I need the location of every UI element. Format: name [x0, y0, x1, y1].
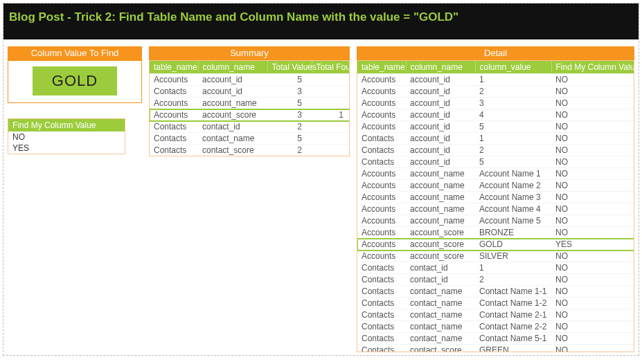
find-value-badge[interactable]: GOLD: [33, 66, 117, 95]
left-column: Column Value To Find GOLD Find My Column…: [8, 46, 142, 154]
table-cell: NO: [551, 133, 634, 145]
table-cell: Accounts: [357, 168, 406, 180]
page-title: Blog Post - Trick 2: Find Table Name and…: [3, 3, 639, 39]
table-cell: account_name: [406, 192, 475, 203]
table-cell: NO: [551, 98, 634, 109]
table-cell: account_id: [198, 74, 267, 86]
find-panel-title: Column Value To Find: [8, 46, 142, 60]
table-row[interactable]: Accountsaccount_id4NO: [357, 109, 634, 121]
table-row[interactable]: Accountsaccount_id2NO: [357, 86, 634, 98]
table-cell: Accounts: [357, 74, 406, 86]
table-row[interactable]: Accountsaccount_scoreGOLDYES: [357, 239, 634, 251]
table-row[interactable]: Accountsaccount_score31: [150, 109, 349, 121]
value-filter-list: Find My Column Value NOYES: [8, 118, 125, 154]
value-filter-item[interactable]: NO: [8, 131, 125, 143]
table-cell: [312, 74, 349, 86]
table-cell: 1: [475, 74, 551, 86]
table-row[interactable]: Accountsaccount_id5: [150, 74, 349, 86]
table-cell: Account Name 5: [475, 215, 551, 227]
table-row[interactable]: Accountsaccount_id1NO: [357, 74, 634, 86]
table-cell: 3: [267, 86, 312, 98]
column-header[interactable]: Total Found: [312, 61, 349, 74]
summary-panel: Summary table_namecolumn_nameTotal Value…: [149, 46, 350, 156]
table-cell: Contacts: [357, 145, 406, 156]
summary-scroll[interactable]: table_namecolumn_nameTotal ValuesTotal F…: [150, 61, 349, 156]
table-cell: account_id: [406, 133, 475, 145]
column-header[interactable]: Total Values: [267, 61, 312, 74]
table-row[interactable]: Accountsaccount_scoreBRONZENO: [357, 227, 634, 239]
table-row[interactable]: Accountsaccount_nameAccount Name 3NO: [357, 192, 634, 203]
table-row[interactable]: Accountsaccount_nameAccount Name 4NO: [357, 203, 634, 215]
table-cell: Accounts: [357, 192, 406, 203]
table-row[interactable]: Contactsaccount_id2NO: [357, 145, 634, 156]
summary-grid-wrap: table_namecolumn_nameTotal ValuesTotal F…: [149, 60, 350, 156]
detail-panel: Detail table_namecolumn_namecolumn_value…: [357, 46, 634, 352]
table-cell: contact_id: [406, 274, 475, 286]
column-header[interactable]: table_name: [150, 61, 198, 74]
table-cell: [312, 121, 349, 133]
table-cell: Contact Name 5-1: [475, 333, 551, 345]
table-cell: 5: [267, 133, 312, 145]
table-row[interactable]: Accountsaccount_id5NO: [357, 121, 634, 133]
table-row[interactable]: Contactscontact_nameContact Name 1-2NO: [357, 298, 634, 309]
table-cell: account_score: [406, 239, 475, 251]
column-header[interactable]: column_value: [475, 61, 551, 74]
table-row[interactable]: Contactscontact_nameContact Name 1-1NO: [357, 286, 634, 298]
table-row[interactable]: Contactscontact_id2: [150, 121, 349, 133]
table-cell: Accounts: [357, 109, 406, 121]
table-row[interactable]: Contactscontact_nameContact Name 2-2NO: [357, 321, 634, 333]
table-row[interactable]: Contactscontact_scoreGREENNO: [357, 345, 634, 352]
value-filter-item[interactable]: YES: [8, 143, 125, 154]
table-cell: contact_name: [406, 309, 475, 321]
table-cell: Account Name 1: [475, 168, 551, 180]
table-row[interactable]: Accountsaccount_nameAccount Name 2NO: [357, 180, 634, 192]
table-cell: Contacts: [357, 262, 406, 274]
table-cell: Contacts: [357, 133, 406, 145]
table-row[interactable]: Accountsaccount_nameAccount Name 5NO: [357, 215, 634, 227]
table-cell: contact_score: [406, 345, 475, 352]
table-cell: NO: [551, 298, 634, 309]
table-row[interactable]: Contactscontact_nameContact Name 2-1NO: [357, 309, 634, 321]
table-cell: Contacts: [357, 333, 406, 345]
detail-scroll[interactable]: table_namecolumn_namecolumn_valueFind My…: [357, 61, 634, 352]
table-cell: NO: [551, 274, 634, 286]
column-header[interactable]: Find My Column Value: [551, 61, 634, 74]
table-row[interactable]: Contactscontact_name5: [150, 133, 349, 145]
table-row[interactable]: Contactscontact_nameContact Name 5-1NO: [357, 333, 634, 345]
table-cell: NO: [551, 145, 634, 156]
table-cell: Contacts: [357, 156, 406, 168]
table-cell: NO: [551, 286, 634, 298]
table-cell: [312, 86, 349, 98]
table-row[interactable]: Accountsaccount_nameAccount Name 1NO: [357, 168, 634, 180]
table-cell: 5: [475, 156, 551, 168]
table-row[interactable]: Accountsaccount_scoreSILVERNO: [357, 251, 634, 262]
column-header[interactable]: column_name: [198, 61, 267, 74]
table-cell: account_id: [406, 145, 475, 156]
table-cell: Contact Name 2-1: [475, 309, 551, 321]
table-cell: Contacts: [150, 145, 198, 156]
table-row[interactable]: Contactsaccount_id5NO: [357, 156, 634, 168]
table-row[interactable]: Contactscontact_id1NO: [357, 262, 634, 274]
table-cell: Accounts: [357, 227, 406, 239]
table-cell: 1: [312, 109, 349, 121]
table-row[interactable]: Contactsaccount_id1NO: [357, 133, 634, 145]
column-header[interactable]: table_name: [357, 61, 406, 74]
table-row[interactable]: Contactscontact_score2: [150, 145, 349, 156]
table-cell: account_name: [406, 168, 475, 180]
table-cell: 2: [475, 274, 551, 286]
table-cell: Accounts: [150, 109, 198, 121]
table-cell: Contacts: [150, 121, 198, 133]
column-header[interactable]: column_name: [406, 61, 475, 74]
table-row[interactable]: Accountsaccount_name5: [150, 98, 349, 109]
table-cell: [312, 133, 349, 145]
table-cell: Contacts: [357, 274, 406, 286]
table-cell: 3: [475, 98, 551, 109]
table-cell: account_name: [406, 215, 475, 227]
table-row[interactable]: Contactscontact_id2NO: [357, 274, 634, 286]
table-cell: contact_name: [198, 133, 267, 145]
table-row[interactable]: Accountsaccount_id3NO: [357, 98, 634, 109]
table-row[interactable]: Contactsaccount_id3: [150, 86, 349, 98]
table-cell: [312, 98, 349, 109]
table-cell: 5: [475, 121, 551, 133]
table-cell: 5: [267, 74, 312, 86]
